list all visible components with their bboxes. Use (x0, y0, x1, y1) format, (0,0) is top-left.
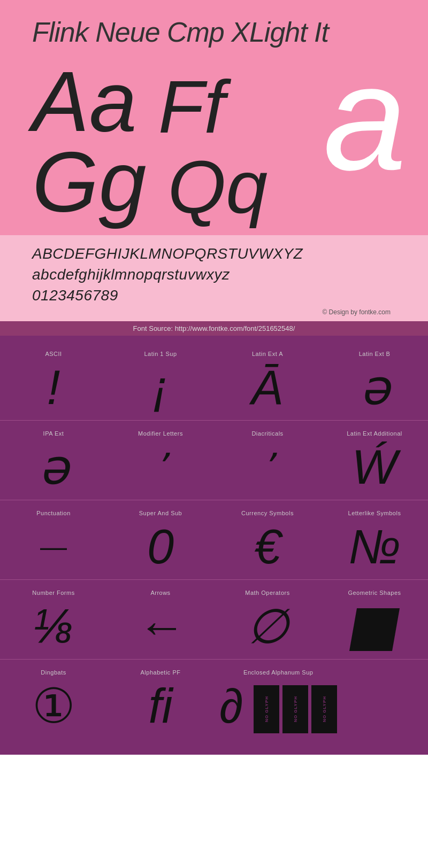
glyph-char-latinextb: ə (360, 361, 389, 415)
glyph-label-ascii: ASCII (45, 351, 62, 357)
glyph-label-modletters: Modifier Letters (138, 430, 183, 437)
glyph-label-alphabeticpf: Alphabetic PF (141, 669, 181, 676)
glyph-label-ipaext: IPA Ext (43, 430, 64, 437)
glyph-char-letterlike: № (348, 521, 400, 574)
glyph-char-ascii: ! (47, 361, 60, 415)
glyph-cell-diacriticals: Diacriticals ʼ (214, 421, 321, 500)
glyph-label-punctuation: Punctuation (36, 510, 71, 516)
glyph-char-enclosedalpha: ∂ (219, 680, 243, 733)
glyph-char-numberforms: ⅛ (33, 600, 73, 654)
glyph-label-latinextadd: Latin Ext Additional (347, 430, 402, 437)
glyph-cell-dingbats: Dingbats ① (0, 660, 107, 739)
glyph-char-latinexta: Ā (251, 361, 284, 415)
glyph-char-ipaext: ə (39, 441, 68, 494)
lowercase-alphabet: abcdefghijklmnopqrstuvwxyz (32, 264, 396, 285)
no-glyph-text-2: NO GLYPH (293, 696, 299, 722)
glyph-cell-alphabeticpf: Alphabetic PF ﬁ (107, 660, 214, 739)
alphabet-section: ABCDEFGHIJKLMNOPQRSTUVWXYZ abcdefghijklm… (0, 235, 428, 321)
glyph-label-latin1sup: Latin 1 Sup (144, 351, 177, 357)
glyph-cell-modletters: Modifier Letters ʼ (107, 421, 214, 500)
glyph-char-latin1sup: ¡ (152, 361, 169, 415)
glyph-label-enclosedalpha: Enclosed Alphanum Sup (243, 669, 313, 676)
no-glyph-box-1: NO GLYPH (254, 685, 279, 733)
glyph-char-diacriticals: ʼ (262, 441, 273, 494)
glyph-grid-row5: Dingbats ① Alphabetic PF ﬁ Enclosed Alph… (0, 660, 428, 739)
glyph-cell-latinextadd: Latin Ext Additional Ẃ (321, 421, 428, 500)
glyph-char-currency: € (254, 521, 281, 574)
glyph-cell-latinexta: Latin Ext A Ā (214, 341, 321, 420)
pink-header-section: Flink Neue Cmp XLight It Aa Ff Gg Qq a (0, 0, 428, 235)
glyph-char-punctuation: — (40, 521, 67, 574)
copyright-text: © Design by fontke.com (32, 308, 396, 316)
uppercase-alphabet: ABCDEFGHIJKLMNOPQRSTUVWXYZ (32, 243, 396, 264)
no-glyph-box-2: NO GLYPH (282, 685, 308, 733)
glyph-char-latinextadd: Ẃ (352, 441, 398, 494)
glyph-grid-row4: Number Forms ⅛ Arrows ← Math Operators ∅… (0, 580, 428, 659)
glyph-char-geoshapes (353, 600, 396, 654)
glyph-char-superandsub: 0 (147, 521, 174, 574)
big-letter-qq: Qq (167, 150, 268, 224)
glyph-label-latinexta: Latin Ext A (252, 351, 283, 357)
glyph-grid-row3: Punctuation — Super And Sub 0 Currency S… (0, 500, 428, 579)
glyph-label-numberforms: Number Forms (32, 590, 74, 596)
glyph-char-modletters: ʼ (155, 441, 166, 494)
glyph-label-latinextb: Latin Ext B (359, 351, 391, 357)
big-letter-aa: Aa (32, 59, 137, 144)
glyph-grid-row2: IPA Ext ə Modifier Letters ʼ Diacritical… (0, 421, 428, 500)
glyph-cell-superandsub: Super And Sub 0 (107, 500, 214, 579)
glyph-cell-punctuation: Punctuation — (0, 500, 107, 579)
glyph-label-geoshapes: Geometric Shapes (348, 590, 401, 596)
glyph-cell-currency: Currency Symbols € (214, 500, 321, 579)
glyph-label-superandsub: Super And Sub (139, 510, 182, 516)
no-glyph-text-3: NO GLYPH (322, 696, 327, 722)
glyph-cell-enclosedalpha: Enclosed Alphanum Sup ∂ NO GLYPH NO GLYP… (214, 660, 428, 739)
glyph-cell-latinextb: Latin Ext B ə (321, 341, 428, 420)
purple-glyph-section: ASCII ! Latin 1 Sup ¡ Latin Ext A Ā Lati… (0, 336, 428, 755)
overlay-letter-a: a (323, 43, 407, 192)
glyph-label-diacriticals: Diacriticals (251, 430, 283, 437)
glyph-char-dingbats: ① (32, 680, 75, 733)
glyph-cell-mathoperators: Math Operators ∅ (214, 580, 321, 659)
glyph-cell-ascii: ASCII ! (0, 341, 107, 420)
glyph-label-mathoperators: Math Operators (245, 590, 289, 596)
glyph-char-mathoperators: ∅ (247, 600, 288, 654)
big-letter-gg: Gg (32, 139, 146, 224)
glyph-label-letterlike: Letterlike Symbols (348, 510, 401, 516)
black-rectangle (349, 608, 400, 651)
glyph-cell-geoshapes: Geometric Shapes (321, 580, 428, 659)
glyph-cell-ipaext: IPA Ext ə (0, 421, 107, 500)
glyph-char-alphabeticpf: ﬁ (149, 680, 173, 733)
glyph-label-arrows: Arrows (150, 590, 170, 596)
no-glyph-boxes: NO GLYPH NO GLYPH NO GLYPH (254, 685, 337, 733)
numbers-line: 0123456789 (32, 285, 396, 306)
no-glyph-box-3: NO GLYPH (311, 685, 337, 733)
no-glyph-text-1: NO GLYPH (264, 696, 270, 722)
glyph-label-currency: Currency Symbols (241, 510, 294, 516)
big-letter-ff: Ff (158, 69, 225, 144)
glyph-grid-row1: ASCII ! Latin 1 Sup ¡ Latin Ext A Ā Lati… (0, 341, 428, 420)
glyph-cell-letterlike: Letterlike Symbols № (321, 500, 428, 579)
glyph-cell-latin1sup: Latin 1 Sup ¡ (107, 341, 214, 420)
glyph-char-arrows: ← (136, 600, 185, 654)
glyph-cell-numberforms: Number Forms ⅛ (0, 580, 107, 659)
source-line: Font Source: http://www.fontke.com/font/… (0, 321, 428, 336)
glyph-cell-arrows: Arrows ← (107, 580, 214, 659)
glyph-label-dingbats: Dingbats (41, 669, 66, 676)
